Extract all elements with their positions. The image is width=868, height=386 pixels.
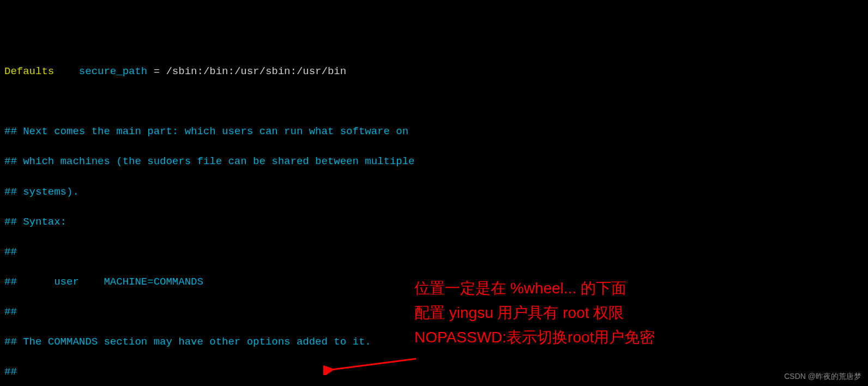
arrow-icon	[311, 338, 409, 360]
secure-path-key: secure_path	[79, 65, 147, 77]
equals: =	[147, 65, 166, 77]
comment-line: ##	[4, 365, 864, 380]
annotation-config: 配置 yingsu 用户具有 root 权限	[414, 301, 624, 324]
annotation-nopasswd: NOPASSWD:表示切换root用户免密	[414, 326, 655, 349]
defaults-keyword: Defaults	[4, 65, 54, 77]
annotation-position: 位置一定是在 %wheel... 的下面	[414, 277, 626, 300]
comment-line: ## which machines (the sudoers file can …	[4, 154, 864, 170]
path-value: /sbin:/bin:/usr/sbin:/usr/bin	[166, 65, 346, 77]
defaults-line: Defaults secure_path = /sbin:/bin:/usr/s…	[4, 64, 864, 80]
comment-line: ## Syntax:	[4, 215, 864, 230]
comment-line: ## Next comes the main part: which users…	[4, 124, 864, 140]
svg-line-1	[331, 359, 416, 370]
comment-line: ## systems).	[4, 185, 864, 200]
watermark: CSDN @昨夜的荒唐梦	[784, 371, 861, 382]
comment-line: ##	[4, 245, 864, 260]
